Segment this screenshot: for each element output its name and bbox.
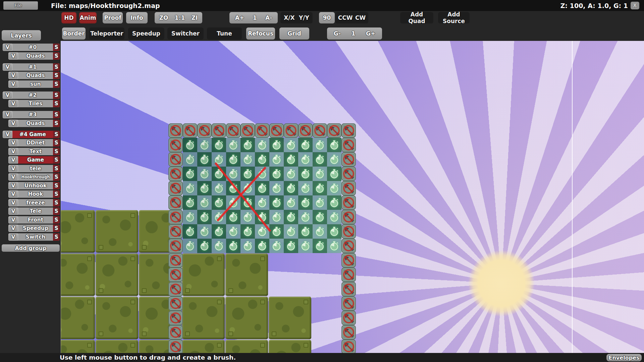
layer-row-freeze[interactable]: VfreezeS [8,199,60,206]
visibility-toggle[interactable]: V [8,182,18,189]
row-settings-button[interactable]: S [53,173,60,181]
grid-size-controls[interactable]: G-1G+ [327,27,382,40]
flip-y-button[interactable]: Y/Y [297,14,311,21]
row-settings-button[interactable]: S [53,156,60,164]
group-row-4-game[interactable]: V#4 GameS [3,131,60,138]
anim-speed-value[interactable]: 1 [249,14,261,21]
rotate-amount-value[interactable]: 90 [319,12,335,23]
row-settings-button[interactable]: S [53,92,60,99]
map-canvas[interactable] [0,0,644,362]
row-settings-button[interactable]: S [53,131,60,138]
row-settings-button[interactable]: S [53,120,60,127]
visibility-toggle[interactable]: V [8,72,18,79]
layer-row-game[interactable]: VGameS [8,156,60,164]
group-row-2[interactable]: V#2S [3,92,60,99]
layer-row-text[interactable]: VTextS [8,148,60,155]
row-settings-button[interactable]: S [53,182,60,189]
visibility-toggle[interactable]: V [8,80,18,88]
visibility-toggle[interactable]: V [3,131,12,138]
anim-toggle[interactable]: Anim [79,12,97,23]
visibility-toggle[interactable]: V [3,63,12,71]
proof-toggle[interactable]: Proof [103,12,123,23]
refocus-button[interactable]: Refocus [246,27,275,40]
layer-row-quads[interactable]: VQuadsS [8,52,60,60]
flip-x-button[interactable]: X/X [282,14,297,21]
layer-row-hookthrough[interactable]: VHookthroughS [8,173,60,181]
zoom-out-button[interactable]: ZO [156,14,171,21]
speedup-button[interactable]: Speedup [128,27,164,40]
visibility-toggle[interactable]: V [8,190,18,198]
rotate-ccw-button[interactable]: CCW [337,14,354,21]
layer-row-unhook[interactable]: VUnhookS [8,182,60,189]
flip-controls[interactable]: X/XY/Y [280,12,313,23]
layer-row-speedup[interactable]: VSpeedupS [8,225,60,232]
layer-row-quads[interactable]: VQuadsS [8,120,60,127]
hd-toggle[interactable]: HD [61,12,76,23]
grid-decrease-button[interactable]: G- [328,30,346,37]
anim-speed-down-button[interactable]: A- [261,14,276,21]
add-quad-button[interactable]: Add Quad [400,12,433,23]
row-settings-button[interactable]: S [53,100,60,107]
layer-row-sun[interactable]: VsunS [8,80,60,88]
visibility-toggle[interactable]: V [8,199,18,206]
visibility-toggle[interactable]: V [8,173,18,181]
visibility-toggle[interactable]: V [8,233,18,241]
row-settings-button[interactable]: S [53,165,60,172]
add-group-button[interactable]: Add group [2,244,60,252]
teleporter-button[interactable]: Teleporter [89,27,124,40]
visibility-toggle[interactable]: V [8,139,18,146]
row-settings-button[interactable]: S [53,44,60,51]
visibility-toggle[interactable]: V [8,52,18,60]
visibility-toggle[interactable]: V [8,165,18,172]
layer-row-tele[interactable]: VTeleS [8,207,60,215]
row-settings-button[interactable]: S [53,139,60,146]
layer-row-front[interactable]: VFrontS [8,216,60,224]
row-settings-button[interactable]: S [53,52,60,60]
group-row-3[interactable]: V#3S [3,111,60,118]
rotate-cw-button[interactable]: CW [354,14,367,21]
visibility-toggle[interactable]: V [8,225,18,232]
layer-row-ddnet[interactable]: VDDnetS [8,139,60,146]
zoom-reset-button[interactable]: 1:1 [171,14,188,21]
group-row-1[interactable]: V#1S [3,63,60,71]
visibility-toggle[interactable]: V [8,148,18,155]
tune-button[interactable]: Tune [207,27,242,40]
layer-row-switch[interactable]: VSwitchS [8,233,60,241]
row-settings-button[interactable]: S [53,225,60,232]
visibility-toggle[interactable]: V [3,111,12,118]
row-settings-button[interactable]: S [53,233,60,241]
row-settings-button[interactable]: S [53,216,60,224]
file-menu-button[interactable]: File [3,1,38,10]
border-button[interactable]: Border [62,27,86,40]
layer-row-quads[interactable]: VQuadsS [8,72,60,79]
envelopes-button[interactable]: Envelopes [606,354,642,361]
grid-increase-button[interactable]: G+ [361,30,381,37]
info-toggle[interactable]: Info [126,12,148,23]
visibility-toggle[interactable]: V [3,44,12,51]
row-settings-button[interactable]: S [53,111,60,118]
visibility-toggle[interactable]: V [8,207,18,215]
zoom-in-button[interactable]: ZI [188,14,201,21]
layer-row-tele[interactable]: VteleS [8,165,60,172]
grid-toggle[interactable]: Grid [279,27,309,40]
layer-row-hook[interactable]: VHookS [8,190,60,198]
zoom-controls[interactable]: ZO1:1ZI [155,12,202,23]
visibility-toggle[interactable]: V [8,156,18,164]
visibility-toggle[interactable]: V [8,100,18,107]
add-source-button[interactable]: Add Source [438,12,470,23]
row-settings-button[interactable]: S [53,80,60,88]
row-settings-button[interactable]: S [53,190,60,198]
grid-size-value[interactable]: 1 [346,30,361,37]
anim-speed-controls[interactable]: A+1A- [229,12,278,23]
switcher-button[interactable]: Switcher [167,27,204,40]
row-settings-button[interactable]: S [53,72,60,79]
row-settings-button[interactable]: S [53,199,60,206]
group-row-0[interactable]: V#0S [3,44,60,51]
visibility-toggle[interactable]: V [3,92,12,99]
row-settings-button[interactable]: S [53,148,60,155]
visibility-toggle[interactable]: V [8,216,18,224]
row-settings-button[interactable]: S [53,63,60,71]
anim-speed-up-button[interactable]: A+ [231,14,249,21]
close-icon[interactable]: X [631,2,639,9]
rotate-controls[interactable]: CCWCW [335,12,368,23]
